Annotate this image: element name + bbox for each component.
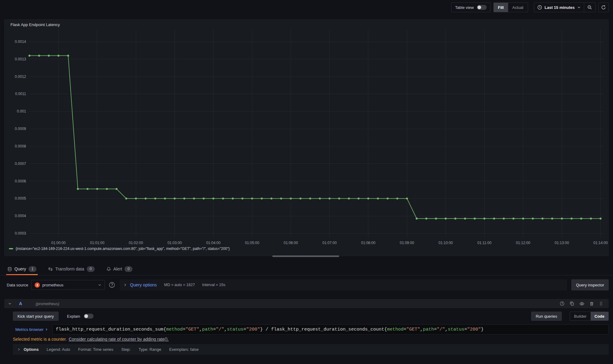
latency-panel: Flask App Endpoint Latency 0.00030.00040… <box>4 19 609 256</box>
svg-text:01:02:00: 01:02:00 <box>129 241 143 245</box>
help-icon[interactable] <box>560 301 565 306</box>
kick-start-query-button[interactable]: Kick start your query <box>13 312 59 321</box>
svg-text:0.0011: 0.0011 <box>15 92 26 96</box>
warning-text: Selected metric is a counter. <box>13 337 67 342</box>
fill-button[interactable]: Fill <box>494 3 508 12</box>
svg-text:0.0006: 0.0006 <box>15 179 26 183</box>
tab-badge: 1 <box>29 266 36 272</box>
svg-text:01:13:00: 01:13:00 <box>555 241 569 245</box>
table-view-control: Table view <box>451 2 491 12</box>
svg-text:01:04:00: 01:04:00 <box>206 241 220 245</box>
datasource-help-button[interactable] <box>107 280 117 289</box>
table-view-label: Table view <box>455 5 474 10</box>
query-ref-id: A <box>19 301 22 306</box>
query-inspector-button[interactable]: Query inspector <box>571 279 609 290</box>
tab-query[interactable]: Query 1 <box>6 263 38 275</box>
editor-tabs: Query 1 Transform data 0 Alert 0 <box>0 263 613 275</box>
code-button[interactable]: Code <box>591 312 609 320</box>
svg-text:0.001: 0.001 <box>17 109 26 113</box>
svg-text:0.0005: 0.0005 <box>15 196 26 201</box>
drag-handle-grip-icon[interactable] <box>599 301 603 306</box>
clock-icon <box>537 5 542 10</box>
legend-series-label: {instance="ec2-184-169-216-224.us-west-1… <box>16 247 230 251</box>
chevron-right-icon[interactable] <box>123 283 127 287</box>
svg-text:0.0012: 0.0012 <box>15 75 26 79</box>
zoom-out-icon <box>587 5 592 10</box>
svg-text:01:01:00: 01:01:00 <box>90 241 105 245</box>
query-options-strip: Query options MD = auto = 1827 Interval … <box>120 279 567 290</box>
refresh-button[interactable] <box>598 2 609 12</box>
tab-transform-data[interactable]: Transform data 0 <box>47 263 96 275</box>
query-row-header[interactable]: A (prometheus) <box>4 299 609 308</box>
builder-button[interactable]: Builder <box>570 312 590 320</box>
tab-alert[interactable]: Alert 0 <box>105 263 134 275</box>
tab-badge: 0 <box>87 266 95 272</box>
table-view-toggle[interactable] <box>477 5 487 10</box>
refresh-icon <box>601 5 606 10</box>
tab-label: Alert <box>113 266 122 271</box>
svg-text:0.0007: 0.0007 <box>15 162 26 166</box>
promql-editor-row: Metrics browser flask_http_request_durat… <box>13 324 609 335</box>
datasource-picker[interactable]: prometheus <box>31 280 105 290</box>
svg-text:01:00:00: 01:00:00 <box>51 241 66 245</box>
option-summary-step: Step: <box>121 347 131 352</box>
metrics-browser-link[interactable]: Metrics browser <box>15 327 48 332</box>
svg-text:01:11:00: 01:11:00 <box>477 241 492 245</box>
bell-icon <box>106 267 111 271</box>
svg-text:0.0004: 0.0004 <box>15 214 26 218</box>
tab-badge: 0 <box>125 266 132 272</box>
panel-resize-handle[interactable] <box>272 255 339 257</box>
editor-right-controls: Run queries Builder Code <box>531 312 609 321</box>
chevron-down-icon <box>577 6 581 9</box>
svg-text:0.0014: 0.0014 <box>15 40 26 44</box>
time-series-chart[interactable]: 0.00030.00040.00050.00060.00070.00080.00… <box>5 29 609 245</box>
query-options-toggle[interactable]: Query options <box>130 282 157 287</box>
chevron-down-icon <box>98 283 102 287</box>
datasource-label: Data source <box>7 283 28 287</box>
trash-icon[interactable] <box>589 301 594 306</box>
query-options-row: Options Legend: Auto Format: Time series… <box>13 344 609 355</box>
svg-text:0.0003: 0.0003 <box>15 231 26 236</box>
svg-text:01:03:00: 01:03:00 <box>167 241 182 245</box>
eye-icon[interactable] <box>579 301 584 306</box>
chevron-right-icon <box>45 328 48 331</box>
svg-text:01:09:00: 01:09:00 <box>400 241 414 245</box>
datasource-bar: Data source prometheus Query options MD … <box>4 279 609 291</box>
svg-text:0.0009: 0.0009 <box>15 127 26 131</box>
collapse-chevron-icon[interactable] <box>8 302 12 305</box>
svg-text:01:12:00: 01:12:00 <box>516 241 531 245</box>
panel-title: Flask App Endpoint Latency <box>10 22 60 27</box>
svg-text:01:14:00: 01:14:00 <box>593 241 608 245</box>
tab-label: Query <box>14 266 26 271</box>
svg-text:01:10:00: 01:10:00 <box>439 241 453 245</box>
svg-text:01:06:00: 01:06:00 <box>284 241 298 245</box>
time-range-picker[interactable]: Last 15 minutes <box>534 3 584 12</box>
chevron-right-icon <box>17 348 21 351</box>
fill-actual-switch: Fill Actual <box>493 2 528 12</box>
duplicate-icon[interactable] <box>569 301 574 306</box>
run-queries-button[interactable]: Run queries <box>531 312 562 321</box>
query-datasource-hint: (prometheus) <box>36 301 59 306</box>
datasource-value: prometheus <box>42 283 95 287</box>
options-toggle[interactable]: Options <box>17 347 39 352</box>
legend-item[interactable]: {instance="ec2-184-169-216-224.us-west-1… <box>9 247 230 251</box>
svg-text:0.0008: 0.0008 <box>15 144 26 148</box>
time-range-label: Last 15 minutes <box>545 5 575 10</box>
option-summary-exemplars: Exemplars: false <box>169 347 199 352</box>
database-icon <box>7 267 12 271</box>
query-row-actions <box>560 301 609 306</box>
explain-toggle[interactable] <box>84 314 94 319</box>
actual-button[interactable]: Actual <box>508 3 528 12</box>
option-summary-legend: Legend: Auto <box>47 347 70 352</box>
grafana-panel-edit-view: Table view Fill Actual Last 15 minutes <box>0 0 613 364</box>
query-editor-toolbar: Kick start your query Explain Run querie… <box>13 312 609 321</box>
legend-series-marker <box>9 248 13 249</box>
tab-label: Transform data <box>55 266 84 271</box>
builder-code-switch: Builder Code <box>570 312 609 321</box>
svg-text:01:05:00: 01:05:00 <box>245 241 259 245</box>
svg-text:01:07:00: 01:07:00 <box>322 241 337 245</box>
warning-rate-link[interactable]: Consider calculating rate of counter by … <box>69 337 169 342</box>
zoom-out-button[interactable] <box>584 3 595 12</box>
transform-icon <box>48 267 53 271</box>
promql-expression[interactable]: flask_http_request_duration_seconds_sum{… <box>52 324 609 335</box>
